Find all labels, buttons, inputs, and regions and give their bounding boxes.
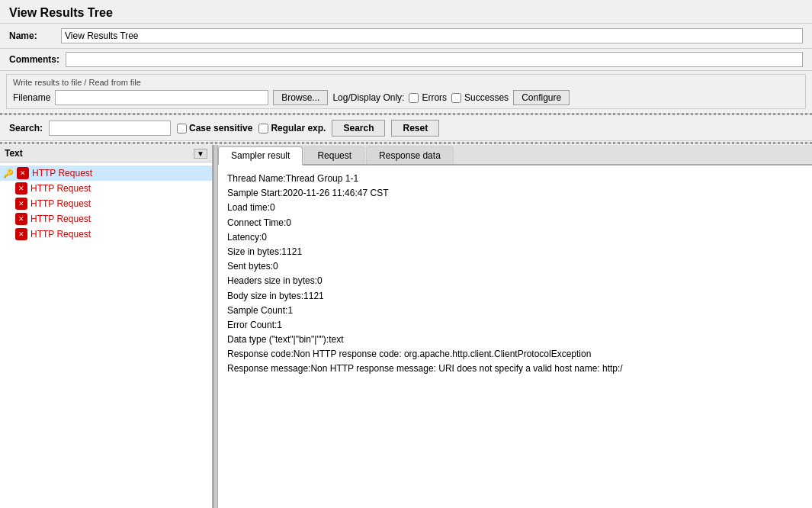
search-input[interactable] bbox=[49, 121, 171, 136]
tree-item-label-4: HTTP Request bbox=[30, 214, 91, 224]
result-line-10: Sample Count:1 bbox=[227, 304, 803, 318]
case-sensitive-label: Case sensitive bbox=[189, 123, 252, 133]
title-bar: View Results Tree bbox=[0, 0, 812, 24]
result-line-7: Sent bytes:0 bbox=[227, 259, 803, 274]
comments-row: Comments: bbox=[0, 49, 812, 71]
regular-exp-label: Regular exp. bbox=[271, 123, 326, 133]
tree-item-5[interactable]: HTTP Request bbox=[0, 227, 212, 242]
successes-checkbox[interactable] bbox=[451, 93, 461, 103]
divider-2 bbox=[0, 142, 812, 144]
error-icon-4 bbox=[15, 213, 27, 225]
result-line-6: Size in bytes:1121 bbox=[227, 245, 803, 259]
log-display-label: Log/Display Only: bbox=[332, 92, 404, 103]
file-section: Write results to file / Read from file F… bbox=[6, 74, 806, 109]
comments-input[interactable] bbox=[66, 52, 803, 67]
regular-exp-checkbox[interactable] bbox=[258, 124, 268, 133]
regular-exp-group: Regular exp. bbox=[258, 123, 326, 133]
right-panel: Sampler result Request Response data Thr… bbox=[218, 145, 812, 508]
error-icon-1 bbox=[17, 167, 29, 179]
left-panel: Text ▼ 🔑 HTTP Request HTTP Request bbox=[0, 145, 213, 508]
result-content: Thread Name:Thread Group 1-1 Sample Star… bbox=[218, 166, 812, 508]
main-container: View Results Tree Name: Comments: Write … bbox=[0, 0, 812, 508]
search-button[interactable]: Search bbox=[332, 120, 385, 137]
tree-item-label-3: HTTP Request bbox=[30, 198, 91, 209]
search-label: Search: bbox=[9, 123, 43, 133]
error-icon-5 bbox=[15, 228, 27, 240]
name-input[interactable] bbox=[61, 28, 803, 43]
successes-checkbox-group: Successes bbox=[451, 92, 509, 103]
filename-label: Filename bbox=[13, 92, 50, 103]
divider-1 bbox=[0, 113, 812, 115]
configure-button[interactable]: Configure bbox=[513, 90, 570, 105]
errors-checkbox[interactable] bbox=[409, 93, 419, 103]
name-label: Name: bbox=[9, 31, 55, 41]
result-line-1: Thread Name:Thread Group 1-1 bbox=[227, 172, 803, 186]
tab-sampler-result[interactable]: Sampler result bbox=[218, 146, 303, 166]
error-icon-2 bbox=[15, 182, 27, 195]
page-title: View Results Tree bbox=[9, 6, 803, 20]
case-sensitive-checkbox[interactable] bbox=[177, 124, 187, 133]
result-line-5: Latency:0 bbox=[227, 230, 803, 245]
errors-label: Errors bbox=[422, 92, 447, 103]
browse-button[interactable]: Browse... bbox=[273, 90, 328, 105]
tree-column-label: Text bbox=[5, 148, 23, 159]
tree-item-label-1: HTTP Request bbox=[32, 168, 92, 178]
tree-item-label-2: HTTP Request bbox=[30, 183, 91, 194]
left-panel-header: Text ▼ bbox=[0, 145, 212, 162]
errors-checkbox-group: Errors bbox=[409, 92, 447, 103]
tab-response-data[interactable]: Response data bbox=[366, 146, 454, 164]
file-section-title: Write results to file / Read from file bbox=[13, 78, 799, 87]
tree-item-label-5: HTTP Request bbox=[30, 229, 91, 240]
reset-button[interactable]: Reset bbox=[391, 120, 439, 137]
result-line-14: Response message:Non HTTP response messa… bbox=[227, 362, 803, 376]
error-icon-3 bbox=[15, 198, 27, 210]
key-icon: 🔑 bbox=[3, 169, 15, 178]
case-sensitive-group: Case sensitive bbox=[177, 123, 252, 133]
result-line-11: Error Count:1 bbox=[227, 318, 803, 333]
tree-item-4[interactable]: HTTP Request bbox=[0, 211, 212, 227]
comments-label: Comments: bbox=[9, 54, 59, 65]
tree-item-3[interactable]: HTTP Request bbox=[0, 196, 212, 211]
tree-item-2[interactable]: HTTP Request bbox=[0, 181, 212, 196]
result-line-2: Sample Start:2020-11-26 11:46:47 CST bbox=[227, 186, 803, 201]
tab-request[interactable]: Request bbox=[304, 146, 364, 164]
content-area: Text ▼ 🔑 HTTP Request HTTP Request bbox=[0, 145, 812, 508]
name-row: Name: bbox=[0, 24, 812, 49]
tree-item-1[interactable]: 🔑 HTTP Request bbox=[0, 166, 212, 181]
result-line-12: Data type ("text"|"bin"|""):text bbox=[227, 333, 803, 347]
file-row: Filename Browse... Log/Display Only: Err… bbox=[13, 90, 799, 105]
sort-arrow[interactable]: ▼ bbox=[194, 149, 207, 159]
result-line-4: Connect Time:0 bbox=[227, 216, 803, 230]
result-line-13: Response code:Non HTTP response code: or… bbox=[227, 347, 803, 362]
result-line-9: Body size in bytes:1121 bbox=[227, 289, 803, 304]
filename-input[interactable] bbox=[55, 90, 268, 105]
successes-label: Successes bbox=[464, 92, 509, 103]
tabs-bar: Sampler result Request Response data bbox=[218, 145, 812, 166]
result-line-3: Load time:0 bbox=[227, 201, 803, 215]
tree-area: 🔑 HTTP Request HTTP Request HTTP Request bbox=[0, 162, 212, 508]
result-line-8: Headers size in bytes:0 bbox=[227, 274, 803, 288]
search-bar: Search: Case sensitive Regular exp. Sear… bbox=[0, 116, 812, 141]
